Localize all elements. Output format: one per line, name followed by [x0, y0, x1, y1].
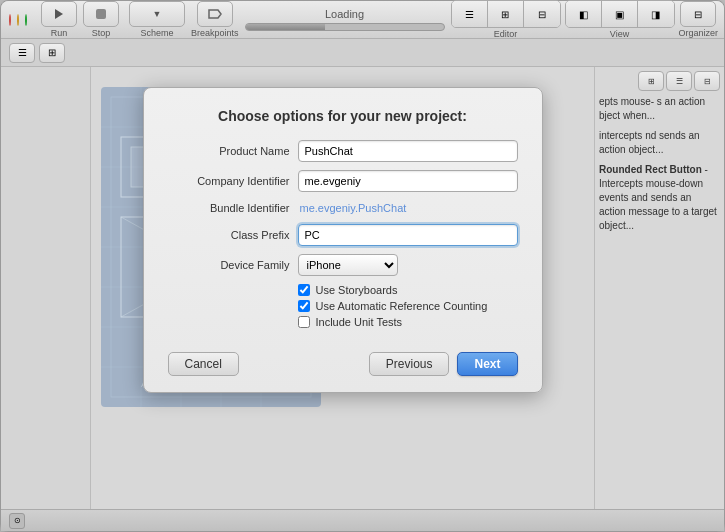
loading-label: Loading [325, 8, 364, 20]
right-panel: ⊞ ☰ ⊟ epts mouse- s an action bject when… [594, 67, 724, 509]
main-window: Run Stop ▼ Scheme Breakpoints Loading [0, 0, 725, 532]
loading-bar [245, 23, 445, 31]
next-button[interactable]: Next [457, 352, 517, 376]
storyboards-checkbox[interactable] [298, 284, 310, 296]
loading-section: Loading [245, 8, 445, 31]
maximize-button[interactable] [25, 14, 27, 26]
previous-button[interactable]: Previous [369, 352, 450, 376]
secondary-toolbar: ☰ ⊞ [1, 39, 724, 67]
device-family-select[interactable]: iPhone iPad Universal [298, 254, 398, 276]
view-btn2[interactable]: ▣ [602, 1, 638, 27]
loading-bar-fill [246, 24, 325, 30]
close-button[interactable] [9, 14, 11, 26]
scheme-button[interactable]: ▼ [129, 1, 185, 27]
editor-btn2[interactable]: ⊞ [488, 1, 524, 27]
svg-rect-1 [96, 9, 106, 19]
new-project-dialog: Choose options for your new project: Pro… [143, 87, 543, 393]
editor-label: Editor [494, 29, 518, 39]
company-id-input[interactable] [298, 170, 518, 192]
scheme-label: Scheme [140, 28, 173, 38]
tests-row: Include Unit Tests [298, 316, 518, 328]
breakpoints-button[interactable] [197, 1, 233, 27]
cancel-button[interactable]: Cancel [168, 352, 239, 376]
company-id-label: Company Identifier [168, 175, 298, 187]
right-buttons: Previous Next [369, 352, 518, 376]
arc-label: Use Automatic Reference Counting [316, 300, 488, 312]
right-panel-text1: epts mouse- s an action bject when... [599, 95, 720, 123]
panel-btn3[interactable]: ⊟ [694, 71, 720, 91]
class-prefix-group: Class Prefix [168, 224, 518, 246]
arc-checkbox[interactable] [298, 300, 310, 312]
tests-checkbox[interactable] [298, 316, 310, 328]
view-btn3[interactable]: ◨ [638, 1, 674, 27]
editor-group: ☰ ⊞ ⊟ [451, 0, 561, 28]
organizer-button[interactable]: ⊟ [680, 1, 716, 27]
run-label: Run [51, 28, 68, 38]
svg-marker-2 [209, 10, 221, 18]
product-name-group: Product Name [168, 140, 518, 162]
nav-btn1[interactable]: ☰ [9, 43, 35, 63]
editor-btn1[interactable]: ☰ [452, 1, 488, 27]
class-prefix-input[interactable] [298, 224, 518, 246]
product-name-label: Product Name [168, 145, 298, 157]
product-name-input[interactable] [298, 140, 518, 162]
status-bar: ⊙ [1, 509, 724, 531]
device-family-group: Device Family iPhone iPad Universal [168, 254, 518, 276]
bundle-id-label: Bundle Identifier [168, 202, 298, 214]
class-prefix-label: Class Prefix [168, 229, 298, 241]
right-panel-text3: Rounded Rect Button - Intercepts mouse-d… [599, 163, 720, 233]
view-label: View [610, 29, 629, 39]
bundle-id-value: me.evgeniy.PushChat [298, 200, 518, 216]
center-content: APPLICATION.APP [91, 67, 594, 509]
dialog-overlay: Choose options for your new project: Pro… [91, 67, 594, 509]
svg-marker-0 [55, 9, 63, 19]
right-panel-text2: intercepts nd sends an action object... [599, 129, 720, 157]
stop-button[interactable] [83, 1, 119, 27]
view-btn1[interactable]: ◧ [566, 1, 602, 27]
run-button[interactable] [41, 1, 77, 27]
status-icon[interactable]: ⊙ [9, 513, 25, 529]
dialog-title: Choose options for your new project: [168, 108, 518, 124]
view-group: ◧ ▣ ◨ [565, 0, 675, 28]
organizer-label: Organizer [679, 28, 719, 38]
editor-btn3[interactable]: ⊟ [524, 1, 560, 27]
company-id-group: Company Identifier [168, 170, 518, 192]
breakpoints-label: Breakpoints [191, 28, 239, 38]
bundle-id-group: Bundle Identifier me.evgeniy.PushChat [168, 200, 518, 216]
checkboxes-section: Use Storyboards Use Automatic Reference … [298, 284, 518, 328]
panel-btn1[interactable]: ⊞ [638, 71, 664, 91]
device-family-label: Device Family [168, 259, 298, 271]
sidebar [1, 67, 91, 509]
dialog-buttons: Cancel Previous Next [168, 342, 518, 376]
arc-row: Use Automatic Reference Counting [298, 300, 518, 312]
storyboards-label: Use Storyboards [316, 284, 398, 296]
storyboards-row: Use Storyboards [298, 284, 518, 296]
minimize-button[interactable] [17, 14, 19, 26]
toolbar-right: ☰ ⊞ ⊟ Editor ◧ ▣ ◨ View ⊟ Organizer [451, 0, 719, 39]
nav-btn2[interactable]: ⊞ [39, 43, 65, 63]
tests-label: Include Unit Tests [316, 316, 403, 328]
titlebar: Run Stop ▼ Scheme Breakpoints Loading [1, 1, 724, 39]
panel-btn2[interactable]: ☰ [666, 71, 692, 91]
right-panel-toolbar: ⊞ ☰ ⊟ [599, 71, 720, 91]
stop-label: Stop [92, 28, 111, 38]
main-area: APPLICATION.APP [1, 67, 724, 509]
